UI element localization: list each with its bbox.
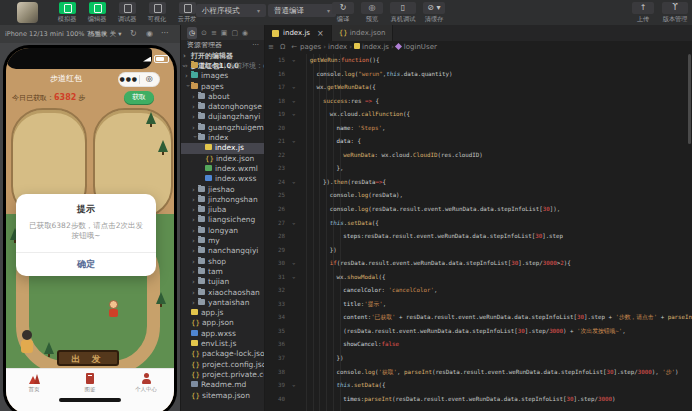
home-indicator[interactable] bbox=[59, 398, 121, 402]
open-editors-section[interactable]: ›打开的编辑器 bbox=[181, 51, 264, 61]
tabbar-item-collection[interactable]: 图鉴 bbox=[62, 369, 118, 411]
preview-icon[interactable]: ◉ bbox=[242, 27, 248, 39]
tabbar-item-home[interactable]: 首页 bbox=[6, 369, 62, 411]
tree-item-readme.md[interactable]: Readme.md bbox=[181, 380, 264, 390]
tree-item-images[interactable]: ›images bbox=[181, 71, 264, 81]
tree-item-envlist.js[interactable]: envList.js bbox=[181, 339, 264, 349]
fold-chevron-icon[interactable]: › bbox=[287, 59, 301, 63]
upload-button[interactable]: ↑上传 bbox=[632, 1, 654, 24]
device-debug-button[interactable]: ▯真机调试 bbox=[390, 1, 416, 24]
tree-item-guangzhuigeming[interactable]: ›guangzhuigeming bbox=[181, 123, 264, 133]
close-target-icon[interactable]: ◎ bbox=[140, 73, 160, 86]
hot-reload-selector[interactable]: 热重载 关 ▾ bbox=[88, 25, 121, 43]
refresh-icon[interactable]: ↻ bbox=[130, 25, 137, 43]
fold-chevron-icon[interactable]: › bbox=[287, 181, 301, 185]
tree-item-dujiangzhanyi[interactable]: ›dujiangzhanyi bbox=[181, 112, 264, 122]
tree-item-index[interactable]: ›index bbox=[181, 133, 264, 143]
code-line: 26console.log(resData.result.event.weRun… bbox=[265, 203, 692, 217]
tree-item-project.config.json[interactable]: {}project.config.json bbox=[181, 360, 264, 370]
editor-scrollbar[interactable] bbox=[688, 54, 691, 144]
more-icon[interactable]: ··· bbox=[252, 40, 259, 51]
close-icon[interactable]: × bbox=[317, 29, 324, 38]
tree-item-jiuba[interactable]: ›jiuba bbox=[181, 205, 264, 215]
layout-icon[interactable]: ▢ bbox=[231, 27, 238, 39]
record-icon[interactable]: ◉ bbox=[146, 25, 153, 43]
code-line: 36showCancel:false bbox=[265, 338, 692, 352]
mode-button-editor[interactable]: 编辑器 bbox=[86, 1, 108, 24]
split-icon[interactable]: ▣ bbox=[221, 27, 228, 39]
tree-item-package-lock.json[interactable]: {}package-lock.json bbox=[181, 349, 264, 359]
tree-item-app.wxss[interactable]: app.wxss bbox=[181, 329, 264, 339]
modal-confirm-button[interactable]: 确定 bbox=[16, 253, 156, 276]
code-area[interactable]: 15›getWeRun:function(){16console.log("we… bbox=[265, 54, 692, 411]
mode-button-visualization[interactable]: 可视化 bbox=[146, 1, 168, 24]
tree-item-shop[interactable]: ›shop bbox=[181, 257, 264, 267]
tree-item-index.js[interactable]: index.js bbox=[181, 143, 264, 153]
action-button-label: 编译 bbox=[333, 15, 354, 24]
more-icon[interactable]: ··· bbox=[161, 25, 169, 43]
tree-item-yantaishan[interactable]: ›yantaishan bbox=[181, 298, 264, 308]
fold-chevron-icon[interactable]: › bbox=[287, 262, 301, 266]
clear-cache-button[interactable]: ⊘ ▾清缓存 bbox=[423, 1, 445, 24]
tree-item-datonghongse[interactable]: ›datonghongse bbox=[181, 102, 264, 112]
mode-dropdown[interactable]: 小程序模式▾ bbox=[196, 4, 266, 17]
code-line: 32cancelColor: 'cancelColor', bbox=[265, 284, 692, 298]
tree-item-app.js[interactable]: app.js bbox=[181, 308, 264, 318]
mode-button-cloud-dev[interactable]: 云开发 bbox=[176, 1, 198, 24]
get-steps-button[interactable]: 获取 bbox=[124, 91, 154, 104]
history-icon[interactable]: ◷ bbox=[187, 27, 197, 39]
tree-item-label: longyan bbox=[208, 226, 238, 235]
tree-item-sitemap.json[interactable]: {}sitemap.json bbox=[181, 391, 264, 401]
capsule-menu[interactable]: ●●● ◎ bbox=[118, 72, 160, 87]
tree-item-index.json[interactable]: {}index.json bbox=[181, 154, 264, 164]
more-dots-icon[interactable]: ●●● bbox=[119, 73, 139, 86]
tree-item-jieshao[interactable]: ›jieshao bbox=[181, 185, 264, 195]
tree-item-longyan[interactable]: ›longyan bbox=[181, 226, 264, 236]
symbol-list-icon[interactable]: Ω bbox=[280, 43, 285, 51]
tree-item-xiaochaoshan[interactable]: ›xiaochaoshan bbox=[181, 288, 264, 298]
tab-index-js[interactable]: index.js× bbox=[265, 25, 332, 41]
mode-button-debugger[interactable]: 调试器 bbox=[116, 1, 138, 24]
tree-item-app.json[interactable]: {}app.json bbox=[181, 318, 264, 328]
tree-item-label: app.wxss bbox=[201, 329, 236, 338]
search-icon[interactable]: ⊙ bbox=[201, 27, 207, 39]
tree-item-my[interactable]: ›my bbox=[181, 236, 264, 246]
tree-item-pages[interactable]: ›pages bbox=[181, 82, 264, 92]
user-avatar[interactable] bbox=[17, 2, 38, 23]
tree-item-liangsicheng[interactable]: ›liangsicheng bbox=[181, 215, 264, 225]
breadcrumb-item[interactable]: index bbox=[328, 43, 347, 51]
fold-chevron-icon[interactable]: › bbox=[287, 276, 301, 280]
tree-item-nanchangqiyi[interactable]: ›nanchangqiyi bbox=[181, 246, 264, 256]
code-line: 16console.log("werun",this.data.quantity… bbox=[265, 68, 692, 82]
fold-chevron-icon[interactable]: › bbox=[287, 222, 301, 226]
menu-icon[interactable]: ≡ bbox=[268, 43, 274, 51]
tree-item-index.wxss[interactable]: index.wxss bbox=[181, 174, 264, 184]
preview-button[interactable]: ◎预览 bbox=[361, 1, 383, 24]
tree-item-index.wxml[interactable]: index.wxml bbox=[181, 164, 264, 174]
breadcrumb-item[interactable]: loginUser bbox=[404, 43, 437, 51]
outline-icon[interactable]: ≡ bbox=[211, 27, 217, 39]
tree-item-label: my bbox=[208, 236, 220, 245]
breadcrumb-item[interactable]: pages bbox=[300, 43, 321, 51]
tabbar-item-profile[interactable]: 个人中心 bbox=[118, 369, 174, 411]
fold-chevron-icon[interactable]: › bbox=[287, 113, 301, 117]
cloud-file-icon bbox=[191, 62, 198, 68]
tree-item-tam[interactable]: ›tam bbox=[181, 267, 264, 277]
mode-button-simulator[interactable]: 模拟器 bbox=[56, 1, 78, 24]
breadcrumb-item[interactable]: index.js bbox=[362, 43, 389, 51]
tree-item-tujian[interactable]: ›tujian bbox=[181, 277, 264, 287]
tree-item-project.private.config.js-[interactable]: {}project.private.config.js… bbox=[181, 370, 264, 380]
fold-chevron-icon[interactable]: › bbox=[287, 140, 301, 144]
compile-button[interactable]: ↻编译 bbox=[332, 1, 354, 24]
tab-index-json[interactable]: {}index.json bbox=[332, 25, 394, 41]
tree-item-cloud[interactable]: ›cloud | 当前环境：cloud1 bbox=[181, 61, 264, 71]
back-arrow-icon[interactable]: ← bbox=[291, 43, 297, 51]
depart-button[interactable]: 出 发 bbox=[57, 350, 119, 366]
fold-chevron-icon[interactable]: › bbox=[287, 384, 301, 388]
compile-dropdown[interactable]: 普通编译▾ bbox=[268, 4, 336, 17]
fold-chevron-icon[interactable]: › bbox=[287, 86, 301, 90]
tree-item-about[interactable]: ›about bbox=[181, 92, 264, 102]
fold-chevron-icon[interactable]: › bbox=[287, 100, 301, 104]
version-control-button[interactable]: ϒ版本管理 bbox=[662, 1, 688, 24]
tree-item-jinzhongshan[interactable]: ›jinzhongshan bbox=[181, 195, 264, 205]
